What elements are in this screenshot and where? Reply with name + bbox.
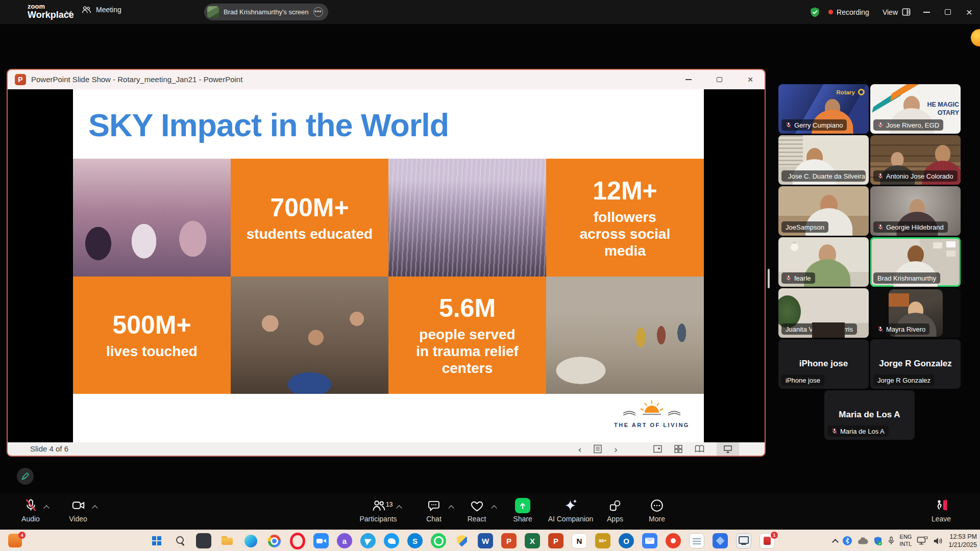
slideshow-view-button-active[interactable] — [717, 442, 739, 456]
taskbar-icon-search[interactable] — [173, 533, 188, 548]
microphone-tray-icon[interactable] — [888, 536, 895, 545]
participant-tile[interactable]: fearle — [778, 237, 869, 287]
audio-button[interactable]: Audio — [13, 498, 48, 523]
video-button[interactable]: Video — [60, 498, 96, 523]
more-button[interactable]: More — [638, 498, 676, 523]
powerpoint-titlebar[interactable]: P PowerPoint Slide Show - Rotary_meeting… — [8, 70, 765, 89]
normal-view-icon[interactable] — [653, 442, 662, 456]
taskbar-icon-alert[interactable]: 1 — [760, 533, 775, 548]
taskbar-icon-gmail[interactable] — [666, 533, 681, 548]
participant-tile[interactable]: Jose C. Duarte da Silveira — [778, 135, 869, 185]
participant-display-name: Jorge R Gonzalez — [870, 359, 961, 369]
floating-notification-bubble[interactable] — [971, 29, 980, 46]
participant-tile-no-video[interactable]: Maria de Los A Maria de Los A — [824, 390, 915, 440]
taskbar-icon-powerpoint[interactable]: P — [501, 533, 517, 548]
recording-dot-icon — [828, 10, 833, 14]
chat-options-chevron-icon[interactable] — [448, 505, 454, 511]
taskbar-icon-start[interactable] — [149, 533, 164, 548]
notes-icon[interactable] — [594, 442, 602, 456]
audio-options-chevron-icon[interactable] — [43, 505, 49, 511]
panel-resize-handle[interactable] — [768, 269, 770, 288]
participant-tile[interactable]: Mayra Rivero — [870, 288, 961, 338]
bluetooth-icon[interactable] — [843, 536, 852, 545]
annotation-pencil-button[interactable] — [17, 468, 34, 485]
photo-relief-camp — [546, 277, 704, 394]
react-button[interactable]: React — [457, 498, 496, 523]
chat-button[interactable]: Chat — [414, 498, 453, 523]
participant-tile-active-speaker[interactable]: Brad Krishnamurthy — [870, 237, 961, 287]
taskbar-icon-remote-desktop[interactable] — [736, 533, 751, 548]
video-options-chevron-icon[interactable] — [92, 505, 97, 511]
taskbar-icon-photos[interactable] — [713, 533, 728, 548]
slideshow-canvas: SKY Impact in the World 700M+ students e… — [8, 89, 765, 444]
leave-button[interactable]: Leave — [922, 498, 961, 523]
participant-tile[interactable]: JoeSampson — [778, 186, 869, 236]
participants-icon — [82, 6, 91, 14]
reading-view-icon[interactable] — [695, 442, 704, 456]
app-a-glyph: a — [342, 537, 347, 545]
tab-meeting[interactable]: Meeting — [82, 6, 121, 14]
security-shield-tray-icon[interactable] — [873, 536, 883, 546]
slide-sorter-view-icon[interactable] — [674, 442, 682, 456]
participants-button[interactable]: 13 Participants — [356, 498, 400, 523]
clock-datetime[interactable]: 12:53 PM 1/21/2025 — [948, 533, 977, 549]
taskbar-icon-opera[interactable] — [290, 533, 305, 548]
participant-tile[interactable]: Rotary Gerry Cumpiano — [778, 84, 869, 134]
next-slide-button[interactable]: › — [614, 442, 617, 456]
share-button[interactable]: Share — [503, 498, 542, 523]
taskbar-icon-outlook[interactable]: O — [619, 533, 634, 548]
speaker-icon[interactable] — [933, 537, 943, 545]
ai-companion-button[interactable]: AI Companion — [545, 498, 596, 523]
security-shield-icon[interactable] — [810, 7, 820, 18]
taskbar-icon-mail[interactable] — [642, 533, 657, 548]
taskbar-icon-zoom[interactable] — [313, 533, 329, 548]
onedrive-cloud-icon[interactable] — [857, 537, 868, 545]
shared-screen-tab-label: Brad Krishnamurthy's screen — [224, 8, 309, 16]
taskbar-icon-telegram[interactable] — [360, 533, 376, 548]
participant-name-label: Jorge R Gonzalez — [873, 374, 935, 386]
display-project-icon[interactable] — [917, 536, 928, 545]
react-options-chevron-icon[interactable] — [491, 505, 497, 511]
tab-shared-screen[interactable]: Brad Krishnamurthy's screen ••• — [204, 4, 328, 20]
taskbar-icon-widgets[interactable] — [196, 533, 211, 548]
taskbar-icon-powerpoint-2[interactable]: P — [548, 533, 564, 548]
participant-tile[interactable]: HE MAGICOTARY Jose Rivero, EGD — [870, 84, 961, 134]
participant-name-label: Jose Rivero, EGD — [873, 119, 943, 131]
taskbar-icon-file-explorer[interactable] — [219, 533, 235, 548]
taskbar-icon-excel[interactable]: X — [525, 533, 540, 548]
previous-slide-button[interactable]: ‹ — [578, 442, 581, 456]
taskbar-apps: aSWPXPN99+O1 — [149, 533, 775, 548]
photo-crowd — [388, 159, 546, 277]
close-button[interactable]: × — [959, 0, 980, 24]
participants-options-chevron-icon[interactable] — [396, 505, 402, 511]
minimize-button[interactable] — [916, 0, 937, 24]
tab-options-icon[interactable]: ••• — [313, 7, 323, 17]
ppt-minimize-button[interactable] — [677, 70, 700, 89]
taskbar-icon-twitter[interactable] — [384, 533, 399, 548]
taskbar-icon-defender[interactable] — [454, 533, 470, 548]
taskbar-icon-notion[interactable]: N — [572, 533, 587, 548]
taskbar-icon-app-a[interactable]: a — [337, 533, 352, 548]
view-layout-icon[interactable] — [902, 8, 911, 16]
taskbar-icon-whatsapp[interactable] — [431, 533, 446, 548]
participant-tile[interactable]: Juanita Valentin-Morris — [778, 288, 869, 338]
taskbar-icon-edge[interactable] — [243, 533, 258, 548]
tray-overflow-chevron-icon[interactable] — [832, 539, 839, 545]
taskbar-pinned-app[interactable]: 4 — [8, 534, 22, 547]
participant-tile-no-video[interactable]: iPhone jose iPhone jose — [778, 339, 869, 389]
participant-tile[interactable]: Antonio Jose Colorado — [870, 135, 961, 185]
ppt-close-button[interactable]: × — [739, 70, 762, 89]
language-indicator[interactable]: ENG INTL — [900, 534, 912, 548]
taskbar-icon-skype[interactable]: S — [407, 533, 423, 548]
ppt-maximize-button[interactable] — [707, 70, 731, 89]
apps-button[interactable]: Apps — [596, 498, 634, 523]
view-button-label[interactable]: View — [883, 8, 898, 16]
taskbar-icon-notepad[interactable] — [689, 533, 704, 548]
maximize-button[interactable] — [937, 0, 959, 24]
taskbar-icon-word[interactable]: W — [478, 533, 493, 548]
participant-tile-no-video[interactable]: Jorge R Gonzalez Jorge R Gonzalez — [870, 339, 961, 389]
taskbar-icon-unread-99[interactable]: 99+ — [595, 533, 610, 548]
participant-tile[interactable]: Georgie Hildebrand — [870, 186, 961, 236]
magic-of-rotary-watermark: HE MAGICOTARY — [927, 101, 960, 117]
taskbar-icon-chrome[interactable] — [266, 533, 282, 548]
